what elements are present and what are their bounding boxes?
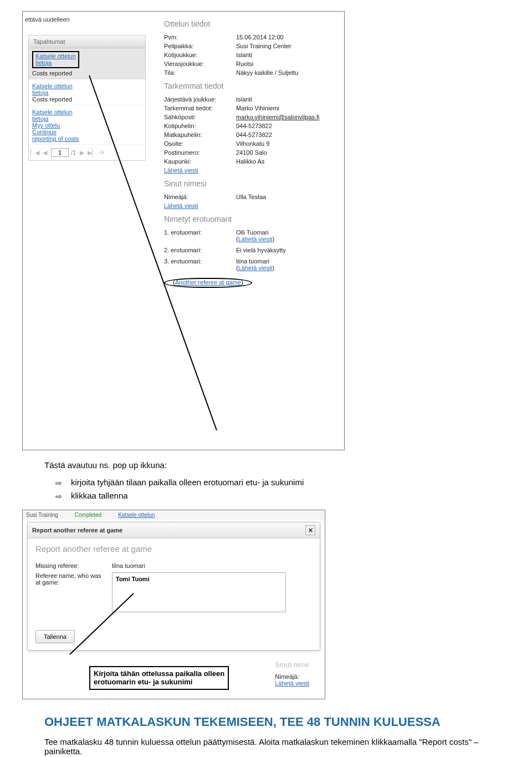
ref2-label: 2. erotuomari: <box>164 247 236 253</box>
ref1-msg-link[interactable]: Lähetä viesti <box>238 236 273 242</box>
first-page-icon[interactable]: ▏◀ <box>31 149 39 156</box>
referee-name-input[interactable]: Tomi Tuomi <box>112 572 286 612</box>
org-team-label: Järjestävä joukkue: <box>164 96 236 103</box>
section-more-details: Tarkemmat tiedot <box>164 82 339 90</box>
prev-page-icon[interactable]: ◀ <box>41 149 49 156</box>
mobile-value: 044-5273822 <box>236 131 272 138</box>
bullet-list: ⇨ kirjoita tyhjään tilaan paikalla ollee… <box>55 477 488 502</box>
bullet-1: kirjoita tyhjään tilaan paikalla olleen … <box>71 477 304 487</box>
ref1-value: Olli Tuomari(Lähetä viesti) <box>236 229 274 242</box>
ref3-value: tiina tuomari(Lähetä viesti) <box>236 258 274 271</box>
view-match-link-2a[interactable]: Katsele ottelun <box>32 83 73 89</box>
address-label: Osoite: <box>164 140 236 147</box>
events-header: Tapahtumat <box>29 35 145 48</box>
ref3-msg-link[interactable]: Lähetä viesti <box>238 265 273 271</box>
costs-reported-label: Costs reported <box>32 70 142 77</box>
another-referee-link-circled[interactable]: (Another referee at game) <box>164 278 252 288</box>
home-phone-label: Kotipuhelin: <box>164 123 236 129</box>
sell-match-link[interactable]: Myy ottelu <box>32 122 60 129</box>
costs-reported-2: Costs reported <box>32 96 72 103</box>
report-dialog: Report another referee at game ✕ Report … <box>27 522 320 651</box>
refresh-icon[interactable]: ⟳ <box>98 149 106 156</box>
close-icon[interactable]: ✕ <box>305 525 315 535</box>
city-value: Halikko As <box>236 158 264 165</box>
contact-value: Marko Vihiniemi <box>236 105 279 111</box>
section-match-details: Ottelun tiedot <box>164 19 339 28</box>
ref1-label: 1. erotuomari: <box>164 229 236 242</box>
venue-value: Susi Training Center <box>236 43 291 49</box>
dialog-title: Report another referee at game <box>32 527 122 534</box>
left-panel: ettävä uudelleen Tapahtumat Katsele otte… <box>23 12 158 450</box>
paragraph-popup-intro: Tästä avautuu ns. pop up ikkuna: <box>44 460 488 470</box>
last-page-icon[interactable]: ▶▏ <box>88 149 96 156</box>
missing-referee-value: tiina tuomari <box>112 562 145 569</box>
side-info-panel: Sinut nime Nimeäjä: Lähetä viesti <box>275 661 309 687</box>
assigner-label: Nimeäjä: <box>164 194 236 200</box>
mobile-label: Matkapuhelin: <box>164 131 236 138</box>
home-team-label: Kotijoukkue: <box>164 52 236 58</box>
arrow-icon: ⇨ <box>55 477 65 489</box>
section-assigned-you: Sinut nimesi <box>164 179 339 188</box>
view-match-link-3b[interactable]: tietoja <box>32 115 48 122</box>
date-label: Pvm: <box>164 34 236 40</box>
document-heading: OHJEET MATKALASKUN TEKEMISEEN, TEE 48 TU… <box>44 715 488 729</box>
org-team-value: Islanti <box>236 96 252 103</box>
continue-link[interactable]: Continue <box>32 129 57 135</box>
entry-2: Katsele ottelun tietoja Costs reported <box>29 79 145 105</box>
side-send-msg-link[interactable]: Lähetä viesti <box>275 680 309 687</box>
next-page-icon[interactable]: ▶ <box>78 149 86 156</box>
bullet-2: klikkaa tallenna <box>71 491 128 500</box>
date-value: 15.06.2014 12:00 <box>236 34 284 40</box>
dialog-titlebar: Report another referee at game ✕ <box>28 522 320 538</box>
referee-name-label: Referee name, who was at game: <box>35 572 102 586</box>
missing-referee-label: Missing referee: <box>35 562 102 569</box>
dialog-subtitle: Report another referee at game <box>35 544 312 553</box>
strip-completed: Completed <box>75 512 101 518</box>
side-assigner-label: Nimeäjä: <box>275 673 309 680</box>
status-value: Näkyy kaikille / Suljettu <box>236 69 299 76</box>
send-message-link-1[interactable]: Lähetä viesti <box>164 167 198 174</box>
side-title: Sinut nime <box>275 661 309 669</box>
strip-text-1: Susi Training <box>26 512 58 518</box>
email-label: Sähköposti: <box>164 114 236 120</box>
pager: ▏◀ ◀ /1 ▶ ▶▏ ⟳ <box>29 145 145 160</box>
truncated-header: ettävä uudelleen <box>23 15 158 24</box>
zip-value: 24100 Salo <box>236 149 267 156</box>
entry-highlighted: Katsele ottelun tietoja Costs reported <box>29 48 145 79</box>
ref3-label: 3. erotuomari: <box>164 258 236 271</box>
paragraph-instructions: Tee matkalasku 48 tunnin kuluessa ottelu… <box>44 737 488 756</box>
save-button[interactable]: Tallenna <box>35 630 75 643</box>
view-match-link-2b[interactable]: tietoja <box>32 89 48 96</box>
background-strip: Susi Training Completed Katsele ottelun <box>23 510 325 520</box>
reporting-costs-link[interactable]: reporting of costs <box>32 135 79 142</box>
screenshot-match-details: ettävä uudelleen Tapahtumat Katsele otte… <box>22 11 345 450</box>
annotation-note-box: Kirjoita tähän ottelussa paikalla olleen… <box>89 666 229 690</box>
strip-link[interactable]: Katsele ottelun <box>118 512 155 518</box>
venue-label: Pelipaikka: <box>164 43 236 49</box>
arrow-icon: ⇨ <box>55 491 65 502</box>
page-input[interactable] <box>51 148 69 157</box>
address-value: Vilhonkatu 9 <box>236 140 269 147</box>
entry-3: Katsele ottelun tietoja Myy ottelu Conti… <box>29 105 145 145</box>
zip-label: Postinumero: <box>164 149 236 156</box>
away-team-value: Ruotsi <box>236 60 253 67</box>
screenshot-report-dialog: Susi Training Completed Katsele ottelun … <box>22 510 325 699</box>
send-message-link-2[interactable]: Lähetä viesti <box>164 202 198 209</box>
events-panel: Tapahtumat Katsele ottelun tietoja Costs… <box>28 35 146 161</box>
ref2-value: Ei vielä hyväksytty <box>236 247 286 253</box>
page-total: /1 <box>71 149 76 156</box>
contact-label: Tarkemmat tiedot: <box>164 105 236 111</box>
section-referees: Nimetyt erotuomarit <box>164 215 339 223</box>
view-match-link-boxed[interactable]: Katsele ottelun tietoja <box>32 51 79 68</box>
city-label: Kaupunki: <box>164 158 236 165</box>
home-phone-value: 044-5273822 <box>236 123 272 129</box>
email-link[interactable]: marko.vihiniemi@salonvilpas.fi <box>236 114 320 120</box>
status-label: Tila: <box>164 69 236 76</box>
right-detail-panel: Ottelun tiedot Pvm:15.06.2014 12:00 Peli… <box>158 12 344 450</box>
assigner-value: Ulla Testaa <box>236 194 266 200</box>
away-team-label: Vierasjoukkue: <box>164 60 236 67</box>
home-team-value: Islanti <box>236 52 252 58</box>
view-match-link-3a[interactable]: Katsele ottelun <box>32 109 73 115</box>
